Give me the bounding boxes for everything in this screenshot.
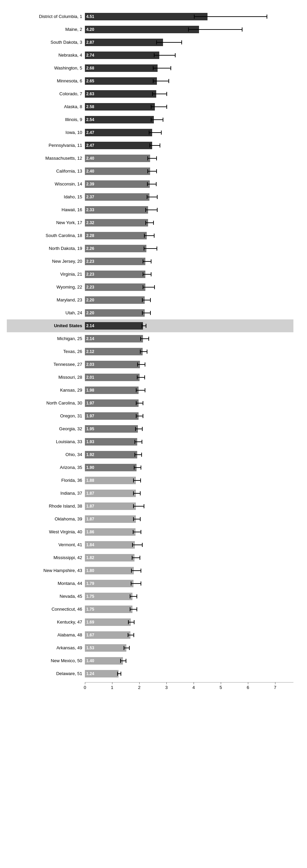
bar-track: 1.98 xyxy=(85,386,293,395)
bar-label-text: California, 13 xyxy=(7,169,85,174)
bar-row: Nebraska, 42.74 xyxy=(7,49,293,62)
bar-fill: 2.28 xyxy=(85,232,147,239)
bar-fill: 2.23 xyxy=(85,258,145,265)
bar-label-text: Indiana, 37 xyxy=(7,491,85,496)
bar-label-text: South Dakota, 3 xyxy=(7,40,85,45)
bar-value-label: 2.23 xyxy=(86,259,94,264)
bar-area: 1.75 xyxy=(85,590,293,603)
bar-value-label: 1.82 xyxy=(86,555,94,560)
bar-area: 1.87 xyxy=(85,500,293,513)
bar-area: 1.97 xyxy=(85,410,293,422)
bar-label-text: Utah, 24 xyxy=(7,310,85,316)
bar-fill: 1.87 xyxy=(85,502,136,510)
bar-fill: 2.87 xyxy=(85,39,163,46)
bar-area: 2.20 xyxy=(85,294,293,307)
bar-label-text: Tennessee, 27 xyxy=(7,362,85,367)
bar-label-text: United States xyxy=(7,323,85,329)
bar-row: New Mexico, 501.40 xyxy=(7,654,293,667)
bar-track: 2.12 xyxy=(85,347,293,356)
bar-area: 2.58 xyxy=(85,100,293,113)
error-bar xyxy=(137,375,145,379)
bar-fill: 1.80 xyxy=(85,567,134,574)
bar-track: 1.87 xyxy=(85,489,293,498)
bar-track: 2.32 xyxy=(85,218,293,227)
bar-row: West Virginia, 401.86 xyxy=(7,526,293,538)
error-bar xyxy=(144,234,154,238)
axis-tick xyxy=(194,682,194,684)
bar-value-label: 2.47 xyxy=(86,130,94,135)
bar-fill: 1.87 xyxy=(85,490,136,497)
bar-area: 2.33 xyxy=(85,203,293,216)
bar-label-text: Alabama, 48 xyxy=(7,632,85,638)
bar-value-label: 2.40 xyxy=(86,156,94,161)
bar-row: Kansas, 291.98 xyxy=(7,384,293,397)
error-bar xyxy=(149,143,160,147)
bar-row: Montana, 441.79 xyxy=(7,577,293,590)
bar-fill: 2.20 xyxy=(85,309,145,317)
bar-track: 2.40 xyxy=(85,167,293,176)
bar-fill: 2.23 xyxy=(85,283,145,291)
bar-row: Minnesota, 62.65 xyxy=(7,75,293,87)
bar-track: 2.33 xyxy=(85,205,293,214)
bar-label-text: Iowa, 10 xyxy=(7,130,85,135)
bar-track: 2.23 xyxy=(85,283,293,292)
bar-track: 1.24 xyxy=(85,669,293,678)
bar-value-label: 2.47 xyxy=(86,143,94,148)
bar-fill: 1.53 xyxy=(85,644,126,652)
bar-area: 1.93 xyxy=(85,435,293,448)
bar-track: 1.86 xyxy=(85,528,293,536)
bar-value-label: 4.51 xyxy=(86,14,94,19)
bar-label-text: Vermont, 41 xyxy=(7,542,85,548)
bar-value-label: 1.80 xyxy=(86,568,94,573)
bar-label-text: Kentucky, 47 xyxy=(7,619,85,625)
error-bar xyxy=(188,27,242,32)
bar-track: 1.82 xyxy=(85,553,293,562)
bar-fill: 2.63 xyxy=(85,90,156,98)
bar-track: 1.92 xyxy=(85,450,293,459)
error-bar xyxy=(133,530,142,534)
bar-value-label: 4.20 xyxy=(86,27,94,32)
bar-area: 1.90 xyxy=(85,461,293,474)
axis-label: 1 xyxy=(111,685,113,690)
bar-row: Florida, 361.88 xyxy=(7,474,293,487)
bar-value-label: 2.26 xyxy=(86,246,94,251)
bar-row: Rhode Island, 381.87 xyxy=(7,500,293,513)
bar-row: Illinois, 92.54 xyxy=(7,113,293,126)
error-bar xyxy=(133,504,145,508)
bar-area: 2.40 xyxy=(85,165,293,178)
bar-value-label: 2.74 xyxy=(86,53,94,58)
bar-label-text: Michigan, 25 xyxy=(7,336,85,341)
bar-row: Texas, 262.12 xyxy=(7,345,293,358)
bar-area: 1.67 xyxy=(85,629,293,642)
bar-area: 2.23 xyxy=(85,281,293,294)
chart-inner: District of Columbia, 14.51Maine, 24.20S… xyxy=(7,10,293,680)
error-bar xyxy=(131,569,141,573)
bar-value-label: 1.86 xyxy=(86,530,94,534)
bar-label-text: Georgia, 32 xyxy=(7,426,85,432)
axis-tick xyxy=(248,682,248,684)
bar-label-text: Washington, 5 xyxy=(7,65,85,71)
bar-row: Delaware, 511.24 xyxy=(7,667,293,680)
bar-track: 2.87 xyxy=(85,38,293,47)
bar-label-text: Arkansas, 49 xyxy=(7,645,85,651)
bar-fill: 2.74 xyxy=(85,52,159,59)
bar-track: 2.23 xyxy=(85,257,293,266)
bar-area: 1.86 xyxy=(85,526,293,538)
bar-label-text: District of Columbia, 1 xyxy=(7,14,85,19)
bar-label-text: Ohio, 34 xyxy=(7,452,85,457)
error-bar xyxy=(147,195,158,199)
error-bar xyxy=(140,337,149,341)
bar-value-label: 1.95 xyxy=(86,427,94,431)
axis-tick xyxy=(112,682,112,684)
bar-row: South Dakota, 32.87 xyxy=(7,36,293,49)
error-bar xyxy=(133,517,141,521)
bar-row: North Carolina, 301.97 xyxy=(7,397,293,410)
bar-label-text: Louisiana, 33 xyxy=(7,439,85,445)
error-bar xyxy=(147,182,157,186)
bar-value-label: 1.90 xyxy=(86,465,94,470)
bar-row: Nevada, 451.75 xyxy=(7,590,293,603)
bar-fill: 1.75 xyxy=(85,593,132,600)
bar-track: 1.67 xyxy=(85,631,293,639)
bar-track: 2.39 xyxy=(85,180,293,189)
error-bar xyxy=(147,156,157,160)
